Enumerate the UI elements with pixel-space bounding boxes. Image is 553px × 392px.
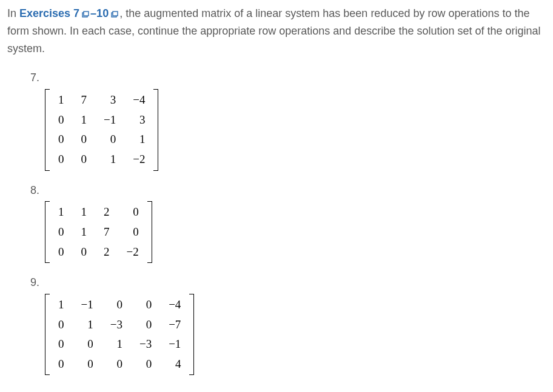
matrix-cell: 3	[124, 110, 153, 130]
matrix-table: 1−100−401−30−7001−3−100004	[50, 295, 189, 374]
matrix-cell: 7	[95, 222, 118, 242]
exercise-number: 8.	[30, 182, 546, 199]
popup-icon[interactable]	[81, 10, 89, 18]
svg-rect-1	[84, 12, 89, 16]
matrix-cell: 0	[131, 295, 160, 315]
matrix-cell: 1	[50, 90, 73, 110]
matrix-cell: 1	[124, 130, 153, 150]
matrix-table: 11200170002−2	[50, 202, 147, 262]
matrix-cell: 0	[131, 354, 160, 374]
exercise-item: 9.1−100−401−30−7001−3−100004	[30, 274, 546, 381]
matrix-cell: 0	[50, 110, 73, 130]
matrix-cell: −3	[131, 334, 160, 354]
matrix-cell: −2	[118, 242, 147, 262]
matrix-cell: 0	[102, 354, 131, 374]
matrix-row: 173−4	[50, 90, 153, 110]
matrix-cell: 0	[102, 295, 131, 315]
matrix-cell: 4	[160, 354, 189, 374]
matrix-cell: 0	[50, 334, 73, 354]
matrix-cell: 0	[50, 130, 73, 150]
bracket-left	[45, 201, 50, 263]
matrix-cell: 1	[50, 295, 73, 315]
matrix-cell: 0	[95, 130, 124, 150]
matrix-cell: 2	[95, 242, 118, 262]
matrix-cell: 0	[118, 222, 147, 242]
instruction-prefix: In	[7, 7, 19, 19]
exercises-list: 7.173−401−130001001−28.11200170002−29.1−…	[7, 69, 546, 381]
matrix-row: 1−100−4	[50, 295, 189, 315]
matrix-cell: 1	[73, 315, 102, 335]
matrix-row: 01−13	[50, 110, 153, 130]
matrix-cell: 1	[73, 202, 96, 222]
instruction-text: In Exercises 7–10, the augmented matrix …	[7, 5, 546, 57]
exercise-number: 7.	[30, 69, 546, 87]
matrix-row: 0001	[50, 130, 153, 150]
matrix-row: 1120	[50, 202, 147, 222]
matrix-cell: −4	[124, 90, 153, 110]
matrix-cell: 7	[73, 90, 96, 110]
matrix-cell: 0	[73, 334, 102, 354]
matrix-table: 173−401−130001001−2	[50, 90, 153, 169]
exercise-item: 8.11200170002−2	[30, 182, 546, 270]
bracket-left	[45, 294, 50, 375]
matrix-cell: −1	[160, 334, 189, 354]
matrix-cell: −4	[160, 295, 189, 315]
matrix-cell: 3	[95, 90, 124, 110]
matrix-cell: 0	[50, 315, 73, 335]
bracket-right	[189, 294, 194, 375]
matrix-cell: 2	[95, 202, 118, 222]
matrix: 11200170002−2	[45, 201, 152, 263]
matrix-row: 001−3−1	[50, 334, 189, 354]
bracket-right	[147, 201, 152, 263]
matrix-cell: 0	[118, 202, 147, 222]
matrix-cell: 0	[50, 242, 73, 262]
matrix-row: 01−30−7	[50, 315, 189, 335]
exercises-label: Exercises 7–10	[19, 7, 119, 19]
matrix-cell: 0	[50, 222, 73, 242]
exercise-item: 7.173−401−130001001−2	[30, 69, 546, 176]
exercise-number: 9.	[30, 274, 546, 291]
matrix-cell: 1	[102, 334, 131, 354]
matrix: 1−100−401−30−7001−3−100004	[45, 294, 194, 375]
svg-rect-3	[113, 12, 118, 16]
popup-icon[interactable]	[110, 10, 118, 18]
bracket-right	[153, 89, 158, 170]
matrix-cell: 0	[50, 354, 73, 374]
matrix-row: 0170	[50, 222, 147, 242]
matrix-cell: 0	[131, 315, 160, 335]
matrix-cell: 0	[50, 150, 73, 170]
matrix-row: 002−2	[50, 242, 147, 262]
matrix-cell: 1	[95, 150, 124, 170]
matrix-cell: −2	[124, 150, 153, 170]
matrix-cell: 1	[73, 222, 96, 242]
matrix-cell: −3	[102, 315, 131, 335]
matrix-cell: 1	[73, 110, 96, 130]
matrix-cell: 0	[73, 242, 96, 262]
matrix-cell: −1	[73, 295, 102, 315]
matrix-row: 00004	[50, 354, 189, 374]
matrix-cell: 0	[73, 354, 102, 374]
matrix-row: 001−2	[50, 150, 153, 170]
matrix-cell: −1	[95, 110, 124, 130]
matrix-cell: 1	[50, 202, 73, 222]
matrix-cell: −7	[160, 315, 189, 335]
bracket-left	[45, 89, 50, 170]
matrix: 173−401−130001001−2	[45, 89, 158, 170]
matrix-cell: 0	[73, 150, 96, 170]
matrix-cell: 0	[73, 130, 96, 150]
